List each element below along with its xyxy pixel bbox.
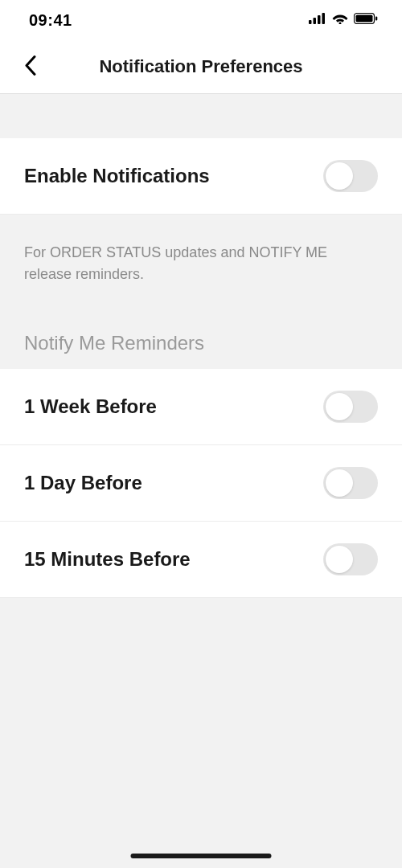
reminder-toggle-15-min[interactable]: [323, 543, 378, 575]
toggle-knob: [326, 469, 353, 497]
svg-rect-2: [318, 15, 321, 24]
page-title: Notification Preferences: [0, 56, 402, 77]
reminder-label: 1 Week Before: [24, 395, 157, 418]
reminder-row-1-week: 1 Week Before: [0, 369, 402, 445]
back-button[interactable]: [18, 54, 42, 78]
toggle-knob: [326, 162, 353, 190]
svg-rect-7: [375, 17, 377, 21]
svg-rect-3: [322, 13, 326, 24]
toggle-knob: [326, 546, 353, 573]
reminder-label: 1 Day Before: [24, 472, 142, 494]
chevron-left-icon: [24, 55, 36, 76]
svg-rect-6: [356, 15, 373, 23]
svg-rect-0: [309, 20, 312, 24]
reminder-toggle-1-day[interactable]: [323, 467, 378, 499]
reminder-label: 15 Minutes Before: [24, 548, 191, 571]
header: Notification Preferences: [0, 40, 402, 94]
home-indicator[interactable]: [131, 854, 272, 858]
toggle-knob: [326, 393, 353, 420]
enable-notifications-label: Enable Notifications: [24, 165, 210, 187]
cellular-icon: [309, 13, 326, 27]
wifi-icon: [332, 13, 348, 27]
description-section: For ORDER STATUS updates and NOTIFY ME r…: [0, 215, 402, 301]
enable-notifications-toggle[interactable]: [323, 160, 378, 192]
status-time: 09:41: [29, 11, 72, 30]
enable-notifications-row: Enable Notifications: [0, 138, 402, 215]
svg-rect-1: [314, 18, 317, 24]
battery-icon: [354, 13, 378, 27]
reminders-section-title: Notify Me Reminders: [24, 332, 378, 354]
reminder-toggle-1-week[interactable]: [323, 391, 378, 423]
spacer: [0, 94, 402, 138]
description-text: For ORDER STATUS updates and NOTIFY ME r…: [24, 242, 378, 285]
reminder-row-1-day: 1 Day Before: [0, 445, 402, 522]
svg-point-4: [339, 23, 342, 25]
status-bar: 09:41: [0, 0, 402, 40]
reminder-row-15-min: 15 Minutes Before: [0, 522, 402, 598]
status-icons: [309, 13, 378, 27]
reminders-section-header: Notify Me Reminders: [0, 301, 402, 369]
